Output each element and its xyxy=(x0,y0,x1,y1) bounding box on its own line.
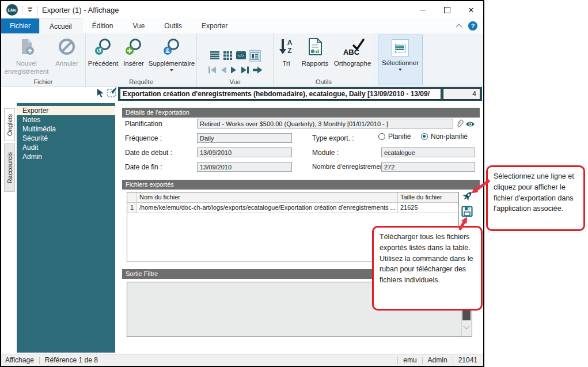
module-field[interactable]: ecatalogue xyxy=(381,147,475,157)
scrollbar-thumb[interactable] xyxy=(462,310,471,320)
search-additional-icon: & xyxy=(162,37,181,58)
section-header-details: Détails de l'exportation xyxy=(122,108,480,118)
spellcheck-icon: ABC xyxy=(340,37,365,58)
svg-text:&: & xyxy=(165,47,170,54)
col-file-size[interactable]: Taille du fichier xyxy=(398,192,458,203)
row-file-size: 21625 xyxy=(398,203,458,213)
date-fin-label: Date de fin : xyxy=(125,163,162,171)
tab-edition[interactable]: Édition xyxy=(82,18,123,33)
callout-download-all: Télécharger tous les fichiers exportés l… xyxy=(372,226,483,311)
tab-vue[interactable]: Vue xyxy=(123,18,154,33)
group-label-fichier: Fichier xyxy=(1,78,85,85)
row-number: 1 xyxy=(127,203,137,213)
status-user: emu xyxy=(403,356,416,364)
status-bar: Affichage Référence 1 de 8 emu Admin 210… xyxy=(1,354,483,366)
type-export-label: Type export. : xyxy=(312,134,354,142)
tab-outils[interactable]: Outils xyxy=(154,18,192,33)
maximize-button[interactable] xyxy=(435,1,459,18)
radio-non-planifie-label: Non-planifié xyxy=(431,133,468,141)
sidebar-item-audit[interactable]: Audit xyxy=(17,143,115,152)
ribbon-group-fichier: Nouvel enregistrement Annuler Fichier xyxy=(1,33,86,86)
status-mode: Affichage xyxy=(5,356,34,364)
radio-planifie-label: Planifié xyxy=(388,133,411,141)
divider xyxy=(453,357,453,364)
divider xyxy=(37,6,38,14)
ribbon-group-outils: A Z Tri xyxy=(274,33,374,86)
search-insert-icon xyxy=(124,37,143,58)
list-view-icon[interactable] xyxy=(209,50,220,61)
goto-record-icon[interactable] xyxy=(253,66,263,76)
sidebar-item-admin[interactable]: Admin xyxy=(17,152,115,161)
sidebar-item-securite[interactable]: Sécurité xyxy=(17,134,115,143)
table-row[interactable]: 1 /home/ke/emu/doc-ch-art/logs/exports/e… xyxy=(127,203,458,213)
window-title: Exporter (1) - Affichage xyxy=(42,6,119,14)
ribbon-group-requete: ↺ Précédent Insérer xyxy=(86,33,197,86)
frequence-label: Fréquence : xyxy=(125,134,162,142)
last-record-icon[interactable] xyxy=(241,66,249,76)
select-button[interactable]: Sélectionner xyxy=(378,35,423,85)
code-view-icon[interactable]: </> xyxy=(236,50,246,61)
next-record-icon[interactable] xyxy=(230,66,237,76)
planification-label: Planification xyxy=(125,120,162,128)
eye-icon[interactable] xyxy=(465,120,475,130)
chevron-down-icon[interactable] xyxy=(463,323,469,329)
tab-exporter[interactable]: Exporter xyxy=(192,18,237,33)
close-button[interactable]: ✕ xyxy=(459,1,483,18)
table-header-row: Nom du fichier Taille du fichier xyxy=(127,192,458,203)
first-record-icon[interactable] xyxy=(208,66,217,76)
save-file-icon[interactable] xyxy=(461,206,473,220)
nb-enregistrements-label: Nombre d'enregistrements : xyxy=(312,163,392,170)
status-reference: Référence 1 de 8 xyxy=(45,356,98,364)
previous-record-icon[interactable] xyxy=(220,66,227,76)
record-title: Exportation création d'enregistrements (… xyxy=(120,88,441,100)
details-view-icon[interactable] xyxy=(249,50,261,62)
date-fin-field[interactable]: 13/09/2010 xyxy=(197,162,292,172)
row-file-name: /home/ke/emu/doc-ch-art/logs/exports/eca… xyxy=(137,203,398,213)
new-record-icon xyxy=(17,37,36,58)
divider xyxy=(39,357,40,364)
planification-field[interactable]: Retired - Works over $500.00 (Quarterly)… xyxy=(197,119,453,128)
svg-text:</>: </> xyxy=(238,53,244,58)
chevron-down-icon xyxy=(399,69,402,71)
minimize-button[interactable] xyxy=(411,1,435,18)
attachment-icon[interactable] xyxy=(456,119,464,131)
app-window: EMu Exporter (1) - Affichage ✕ Fichier A… xyxy=(0,0,484,367)
help-button[interactable]: ? xyxy=(468,21,477,31)
radio-planifie[interactable]: Planifié xyxy=(378,133,411,141)
svg-text:A: A xyxy=(287,39,293,47)
sidebar-tab-raccourcis[interactable]: Raccourcis xyxy=(4,143,15,192)
pointer-tool-icon[interactable] xyxy=(96,88,105,100)
ribbon: Nouvel enregistrement Annuler Fichier xyxy=(1,33,483,87)
record-count: 4 xyxy=(443,88,480,100)
divider xyxy=(22,6,22,14)
launch-file-icon[interactable] xyxy=(462,190,473,204)
col-file-name[interactable]: Nom du fichier xyxy=(137,192,398,203)
ribbon-tab-row: Fichier Accueil Édition Vue Outils Expor… xyxy=(1,18,483,34)
cancel-icon xyxy=(58,37,76,58)
sidebar-item-exporter[interactable]: Exporter xyxy=(17,106,115,115)
sidebar-item-notes[interactable]: Notes xyxy=(17,115,115,124)
sidebar-tab-onglets[interactable]: Onglets xyxy=(4,108,15,141)
col-number[interactable] xyxy=(127,192,137,203)
callout-open-file: Sélectionnez une ligne et cliquez pour a… xyxy=(486,165,585,231)
chevron-down-icon xyxy=(170,69,173,71)
radio-non-planifie[interactable]: Non-planifié xyxy=(421,133,468,141)
date-debut-label: Date de début : xyxy=(125,149,172,157)
divider xyxy=(397,357,398,364)
quick-access-dropdown-icon[interactable] xyxy=(26,7,33,12)
tab-fichier[interactable]: Fichier xyxy=(1,18,39,33)
frequence-field[interactable]: Daily xyxy=(197,133,292,143)
group-label-vue: Vue xyxy=(197,78,273,85)
grid-view-icon[interactable] xyxy=(222,50,233,61)
divider xyxy=(422,357,423,364)
sidebar-item-multimedia[interactable]: Multimédia xyxy=(17,124,115,134)
abc-text: ABC xyxy=(343,48,360,56)
select-record-tool-icon[interactable] xyxy=(107,87,117,100)
nb-enregistrements-field[interactable]: 272 xyxy=(381,162,475,172)
date-debut-field[interactable]: 13/09/2010 xyxy=(197,147,292,157)
svg-text:Z: Z xyxy=(287,47,291,55)
svg-text:↺: ↺ xyxy=(96,47,101,54)
collapse-ribbon-icon[interactable] xyxy=(456,24,462,30)
emu-logo-icon[interactable]: EMu xyxy=(6,4,18,16)
tab-accueil[interactable]: Accueil xyxy=(39,18,82,33)
